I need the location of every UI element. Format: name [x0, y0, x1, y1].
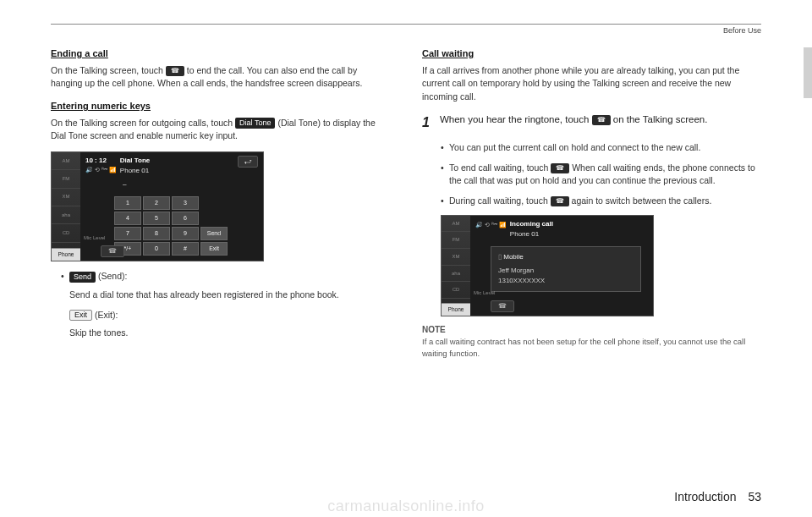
- list-item: You can put the current call on hold and…: [441, 141, 761, 155]
- text: (Send):: [96, 271, 127, 281]
- key-1: 1: [114, 196, 141, 210]
- text: (Exit):: [92, 310, 118, 320]
- sidebar-aha: aha: [442, 266, 470, 283]
- phone-tab: Phone: [52, 248, 80, 261]
- footer-chapter: Introduction: [674, 490, 736, 503]
- text: again to switch between the callers.: [572, 195, 712, 206]
- heading-call-waiting: Call waiting: [422, 47, 761, 61]
- phone-icon: [551, 196, 569, 206]
- key-5: 5: [143, 212, 170, 225]
- key-hash: #: [172, 242, 199, 256]
- text: To end call waiting, touch: [449, 162, 551, 173]
- step-1: 1 When you hear the ringtone, touch on t…: [422, 113, 761, 133]
- hangup-icon: ☎: [101, 245, 124, 257]
- key-exit: Exit: [200, 242, 228, 256]
- text: On the Talking screen, touch: [51, 65, 166, 75]
- exit-button: Exit: [69, 310, 92, 321]
- phone-icon: [592, 115, 611, 125]
- para-ending-call: On the Talking screen, touch to end the …: [51, 64, 390, 91]
- sidebar-am: AM: [442, 216, 470, 233]
- key-8: 8: [143, 227, 170, 240]
- para-numeric-keys: On the Talking screen for outgoing calls…: [51, 117, 390, 144]
- dial-tone-screenshot: AM FM XM aha CD 10 : 12 🔊 ⟲ ᴿᵐ 📶 Dial: [51, 151, 264, 261]
- sidebar-fm: FM: [442, 232, 470, 249]
- list-item: During call waiting, touch again to swit…: [441, 195, 761, 208]
- step-number: 1: [422, 113, 437, 133]
- incoming-info: Mobile Jeff Morgan 1310XXXXXXX: [491, 246, 641, 292]
- status-icons: 🔊 ⟲ ᴿᵐ 📶: [85, 166, 117, 175]
- sidebar-xm: XM: [442, 249, 470, 266]
- ss-sidebar: AM FM XM aha CD: [52, 152, 80, 261]
- key-send: Send: [200, 227, 228, 240]
- footer: Introduction 53: [674, 490, 761, 503]
- key-7: 7: [114, 227, 141, 240]
- button-desc-list: Send (Send):: [61, 270, 390, 283]
- key-6: 6: [172, 212, 199, 225]
- text: On the Talking screen for outgoing calls…: [51, 118, 235, 128]
- hangup-icon: [551, 163, 569, 173]
- back-icon: ⮐: [238, 156, 258, 168]
- left-column: Ending a call On the Talking screen, tou…: [51, 45, 390, 359]
- keypad: 1 2 3 4 5 6 7 8 9 Send */+ 0 #: [114, 196, 258, 256]
- sidebar-aha: aha: [52, 206, 80, 224]
- key-4: 4: [114, 212, 141, 225]
- sidebar-fm: FM: [52, 170, 80, 188]
- key-9: 9: [172, 227, 199, 240]
- right-column: Call waiting If a call arrives from anot…: [422, 45, 761, 359]
- send-button: Send: [69, 272, 96, 283]
- side-tab: [804, 47, 812, 98]
- send-desc: Send a dial tone that has already been r…: [69, 289, 390, 302]
- header-section: Before Use: [51, 26, 761, 35]
- mic-level: Mic Level: [80, 233, 108, 244]
- status-icons: 🔊 ⟲ ᴿᵐ 📶: [475, 219, 507, 230]
- text: During call waiting, touch: [449, 195, 551, 206]
- key-2: 2: [143, 196, 170, 210]
- list-item: Send (Send):: [61, 270, 390, 283]
- caller-number: 1310XXXXXXX: [498, 276, 634, 286]
- sidebar-am: AM: [52, 152, 80, 170]
- heading-ending-call: Ending a call: [51, 47, 390, 61]
- note-heading: NOTE: [422, 323, 761, 336]
- sidebar-xm: XM: [52, 189, 80, 206]
- step-text: When you hear the ringtone, touch on the…: [440, 113, 760, 127]
- key-0: 0: [143, 242, 170, 256]
- note-body: If a call waiting contract has not been …: [422, 336, 761, 360]
- ss-title: Dial Tone: [120, 156, 150, 166]
- dial-tone-button: Dial Tone: [235, 118, 275, 129]
- exit-desc: Skip the tones.: [69, 327, 390, 340]
- heading-numeric-keys: Entering numeric keys: [51, 99, 390, 113]
- footer-page: 53: [748, 490, 761, 503]
- incoming-call-screenshot: AM FM XM aha CD 🔊 ⟲ ᴿᵐ 📶 Incoming call P…: [441, 215, 654, 316]
- ss-subtitle: Phone 01: [120, 166, 150, 176]
- sidebar-cd: CD: [442, 282, 470, 299]
- watermark: carmanualsonline.info: [327, 498, 485, 515]
- text: on the Talking screen.: [613, 114, 708, 124]
- para-call-waiting: If a call arrives from another phone whi…: [422, 64, 761, 104]
- step-bullets: You can put the current call on hold and…: [441, 141, 761, 208]
- ss-time: 10 : 12: [85, 156, 117, 166]
- list-item: To end call waiting, touch When call wai…: [441, 162, 761, 189]
- ss-subtitle: Phone 01: [510, 229, 553, 239]
- phone-tab: Phone: [442, 303, 470, 316]
- key-3: 3: [172, 196, 199, 210]
- hangup-icon: ☎: [491, 300, 514, 312]
- mobile-label: Mobile: [498, 252, 634, 262]
- ss-sidebar: AM FM XM aha CD: [442, 216, 470, 316]
- mic-level: Mic Level: [470, 288, 498, 299]
- ss-title: Incoming call: [510, 219, 553, 229]
- text: When you hear the ringtone, touch: [440, 114, 592, 124]
- hangup-icon: [166, 66, 184, 76]
- caller-name: Jeff Morgan: [498, 266, 634, 276]
- sidebar-cd: CD: [52, 224, 80, 242]
